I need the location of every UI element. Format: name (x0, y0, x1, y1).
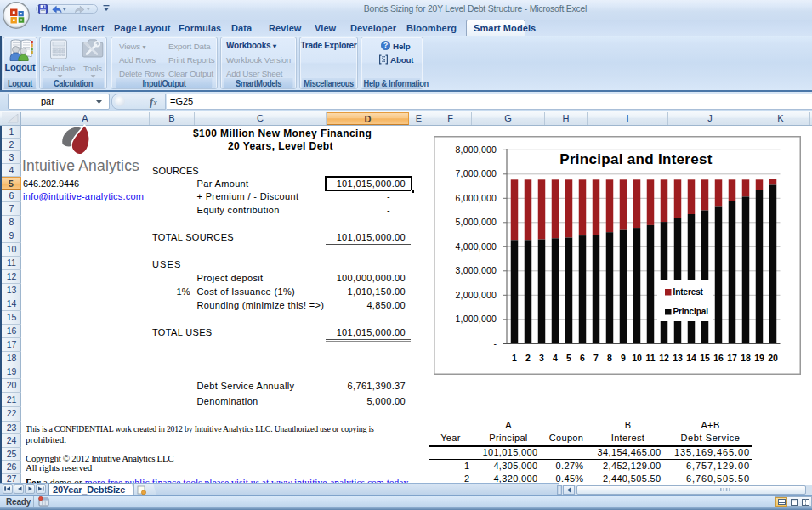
svg-text:13: 13 (673, 353, 683, 363)
svg-text:?: ? (383, 41, 388, 49)
svg-text:1,000,000: 1,000,000 (455, 314, 497, 324)
svg-text:9: 9 (621, 353, 626, 363)
svg-text:6: 6 (580, 353, 585, 363)
svg-text:16: 16 (713, 353, 724, 363)
svg-text:3,000,000: 3,000,000 (455, 265, 497, 275)
svg-text:4,000,000: 4,000,000 (455, 241, 497, 251)
svg-text:15: 15 (700, 353, 710, 363)
svg-text:10: 10 (632, 353, 642, 363)
svg-text:8,000,000: 8,000,000 (455, 144, 497, 154)
svg-text:7: 7 (593, 353, 599, 363)
svg-text:2: 2 (525, 353, 531, 363)
svg-text:11: 11 (645, 353, 655, 363)
svg-text:7,000,000: 7,000,000 (455, 168, 497, 178)
svg-text:6,000,000: 6,000,000 (455, 192, 497, 202)
svg-text:5,000,000: 5,000,000 (455, 217, 497, 227)
svg-text:17: 17 (727, 353, 737, 363)
svg-text:20: 20 (768, 353, 778, 363)
svg-text:Principal and Interest: Principal and Interest (559, 150, 713, 167)
svg-text:3: 3 (539, 353, 544, 363)
svg-text:Interest: Interest (673, 287, 703, 297)
svg-text:12: 12 (659, 353, 669, 363)
svg-text:Principal: Principal (673, 307, 708, 316)
svg-text:8: 8 (607, 353, 612, 363)
svg-text:5: 5 (566, 353, 571, 363)
svg-text:-: - (493, 337, 497, 348)
svg-text:19: 19 (754, 353, 764, 363)
svg-text:18: 18 (741, 353, 751, 363)
svg-text:4: 4 (553, 353, 558, 363)
svg-text:14: 14 (686, 353, 696, 363)
svg-text:1: 1 (512, 353, 517, 363)
svg-text:2,000,000: 2,000,000 (455, 289, 497, 299)
